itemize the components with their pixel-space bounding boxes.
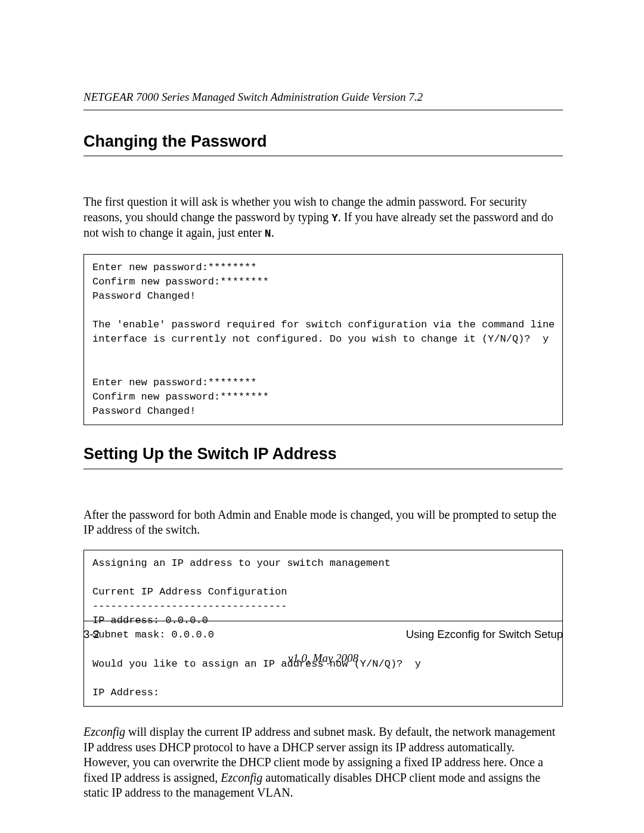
footer-section-title: Using Ezconfig for Switch Setup — [406, 627, 563, 642]
document-page: NETGEAR 7000 Series Managed Switch Admin… — [0, 0, 644, 833]
text-run: . — [271, 226, 274, 239]
running-header: NETGEAR 7000 Series Managed Switch Admin… — [83, 89, 563, 110]
body-paragraph: After the password for both Admin and En… — [83, 507, 563, 538]
product-name: Ezconfig — [221, 771, 262, 784]
page-footer: 3-2 Using Ezconfig for Switch Setup v1.0… — [83, 621, 563, 666]
section-heading-ip: Setting Up the Switch IP Address — [83, 443, 563, 469]
page-number: 3-2 — [83, 627, 100, 642]
product-name: Ezconfig — [83, 725, 125, 738]
code-block-password: Enter new password:******** Confirm new … — [83, 254, 563, 425]
body-paragraph: The first question it will ask is whethe… — [83, 194, 563, 241]
section-heading-password: Changing the Password — [83, 131, 563, 156]
key-y: Y — [332, 212, 338, 224]
body-paragraph: Ezconfig will display the current IP add… — [83, 724, 563, 801]
footer-version: v1.0, May 2008 — [83, 651, 563, 666]
key-n: N — [265, 228, 271, 240]
